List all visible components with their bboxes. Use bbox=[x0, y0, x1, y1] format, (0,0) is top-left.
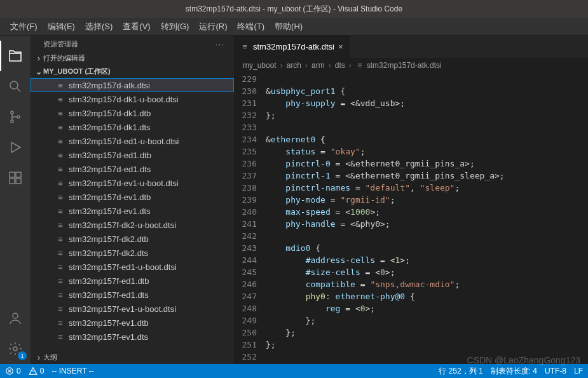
file-icon: ≡ bbox=[240, 42, 249, 51]
outline-section[interactable]: › 大纲 bbox=[31, 351, 234, 364]
breadcrumb-part[interactable]: dts bbox=[335, 61, 345, 70]
file-icon: ≡ bbox=[56, 95, 65, 104]
open-editors-section[interactable]: › 打开的编辑器 bbox=[31, 51, 234, 65]
menu-item[interactable]: 转到(G) bbox=[156, 18, 195, 35]
window-title: stm32mp157d-atk.dtsi - my_uboot (工作区) - … bbox=[186, 4, 402, 15]
menu-item[interactable]: 查看(V) bbox=[118, 18, 155, 35]
file-item[interactable]: ≡stm32mp157d-ed1-u-boot.dtsi bbox=[31, 134, 234, 148]
file-name: stm32mp157d-ev1-u-boot.dtsi bbox=[69, 179, 179, 188]
file-name: stm32mp157d-ed1.dtb bbox=[69, 151, 151, 160]
source-control-icon[interactable] bbox=[0, 102, 31, 132]
breadcrumb-part[interactable]: stm32mp157d-atk.dtsi bbox=[367, 61, 442, 70]
activity-bar: 1 bbox=[0, 36, 31, 364]
chevron-down-icon: ⌄ bbox=[34, 67, 43, 76]
explorer-title: 资源管理器 bbox=[43, 39, 78, 49]
svg-point-0 bbox=[10, 81, 18, 89]
file-item[interactable]: ≡stm32mp157d-ed1.dts bbox=[31, 162, 234, 176]
file-name: stm32mp157f-ev1-u-boot.dtsi bbox=[69, 304, 176, 314]
code-editor[interactable]: 229 230 231 232 233 234 235 236 237 238 … bbox=[234, 73, 588, 364]
breadcrumb-part[interactable]: my_uboot bbox=[243, 61, 277, 70]
workspace-section[interactable]: ⌄ MY_UBOOT (工作区) bbox=[31, 65, 234, 78]
code-content[interactable]: &usbphyc_port1 { phy-supply = <&vdd_usb>… bbox=[266, 73, 588, 364]
file-name: stm32mp157d-ev1.dts bbox=[69, 206, 151, 216]
file-item[interactable]: ≡stm32mp157d-dk1.dtb bbox=[31, 106, 234, 120]
tab-active[interactable]: ≡ stm32mp157d-atk.dtsi × bbox=[234, 36, 350, 58]
file-item[interactable]: ≡stm32mp157d-dk1-u-boot.dtsi bbox=[31, 92, 234, 106]
file-icon: ≡ bbox=[56, 332, 65, 342]
vim-mode: -- INSERT -- bbox=[51, 367, 93, 375]
editor-tabs: ≡ stm32mp157d-atk.dtsi × bbox=[234, 36, 588, 58]
breadcrumbs[interactable]: my_uboot›arch›arm›dts›≡stm32mp157d-atk.d… bbox=[234, 58, 588, 73]
file-name: stm32mp157f-dk2.dtb bbox=[69, 234, 149, 244]
file-icon: ≡ bbox=[56, 81, 65, 90]
menu-item[interactable]: 文件(F) bbox=[5, 18, 43, 35]
file-item[interactable]: ≡stm32mp157f-dk2-u-boot.dtsi bbox=[31, 218, 234, 232]
file-item[interactable]: ≡stm32mp157d-dk1.dts bbox=[31, 120, 234, 134]
cursor-position[interactable]: 行 252，列 1 bbox=[439, 366, 482, 377]
svg-point-1 bbox=[11, 111, 13, 114]
file-icon: ≡ bbox=[56, 276, 65, 286]
breadcrumb-part[interactable]: arch bbox=[287, 61, 301, 70]
svg-rect-4 bbox=[10, 172, 15, 177]
file-icon: ≡ bbox=[56, 123, 65, 132]
menu-item[interactable]: 选择(S) bbox=[80, 18, 118, 35]
explorer-icon[interactable] bbox=[0, 41, 31, 71]
menu-item[interactable]: 编辑(E) bbox=[43, 18, 80, 35]
file-name: stm32mp157f-ev1.dtb bbox=[69, 318, 149, 328]
menu-item[interactable]: 终端(T) bbox=[232, 18, 270, 35]
search-icon[interactable] bbox=[0, 71, 31, 102]
run-debug-icon[interactable] bbox=[0, 132, 31, 163]
file-item[interactable]: ≡stm32mp157f-ev1.dts bbox=[31, 330, 234, 344]
indent[interactable]: 制表符长度: 4 bbox=[491, 366, 537, 377]
file-name: stm32mp157d-ev1.dtb bbox=[69, 192, 151, 202]
settings-gear-icon[interactable]: 1 bbox=[0, 334, 31, 364]
file-item[interactable]: ≡stm32mp157f-ev1-u-boot.dtsi bbox=[31, 302, 234, 316]
menu-item[interactable]: 运行(R) bbox=[194, 18, 232, 35]
file-icon: ≡ bbox=[56, 137, 65, 146]
file-item[interactable]: ≡stm32mp157d-ed1.dtb bbox=[31, 148, 234, 162]
file-item[interactable]: ≡stm32mp157f-ed1-u-boot.dtsi bbox=[31, 260, 234, 274]
extensions-icon[interactable] bbox=[0, 163, 31, 193]
file-item[interactable]: ≡stm32mp157d-ev1.dtb bbox=[31, 190, 234, 204]
file-name: stm32mp157f-ed1.dts bbox=[69, 290, 149, 300]
eol[interactable]: LF bbox=[574, 366, 583, 377]
file-item[interactable]: ≡stm32mp157f-ev1.dtb bbox=[31, 316, 234, 330]
file-item[interactable]: ≡stm32mp157f-dk2.dtb bbox=[31, 232, 234, 246]
file-icon: ≡ bbox=[56, 151, 65, 160]
file-name: stm32mp157d-dk1.dtb bbox=[69, 109, 151, 118]
svg-point-3 bbox=[17, 116, 20, 118]
file-icon: ≡ bbox=[56, 234, 65, 244]
file-item[interactable]: ≡stm32mp157f-ed1.dtb bbox=[31, 274, 234, 288]
close-icon[interactable]: × bbox=[338, 42, 343, 51]
file-item[interactable]: ≡stm32mp157f-dk2.dts bbox=[31, 246, 234, 260]
file-item[interactable]: ≡stm32mp157f-ed1.dts bbox=[31, 288, 234, 302]
file-icon: ≡ bbox=[56, 220, 65, 230]
problems-errors[interactable]: 0 bbox=[5, 367, 21, 375]
file-icon: ≡ bbox=[56, 304, 65, 314]
file-icon: ≡ bbox=[56, 165, 65, 174]
encoding[interactable]: UTF-8 bbox=[545, 366, 566, 377]
svg-point-2 bbox=[11, 120, 13, 123]
menubar: 文件(F)编辑(E)选择(S)查看(V)转到(G)运行(R)终端(T)帮助(H) bbox=[0, 18, 588, 36]
accounts-icon[interactable] bbox=[0, 303, 31, 334]
explorer-title-row: 资源管理器 ··· bbox=[31, 36, 234, 51]
file-icon: ≡ bbox=[56, 109, 65, 118]
svg-rect-7 bbox=[16, 179, 21, 184]
problems-warnings[interactable]: 0 bbox=[29, 367, 44, 375]
breadcrumb-part[interactable]: arm bbox=[311, 61, 325, 70]
file-icon: ≡ bbox=[56, 206, 65, 216]
svg-rect-5 bbox=[16, 172, 21, 177]
file-name: stm32mp157d-ed1-u-boot.dtsi bbox=[69, 137, 179, 146]
file-item[interactable]: ≡stm32mp157d-ev1-u-boot.dtsi bbox=[31, 176, 234, 190]
more-icon[interactable]: ··· bbox=[215, 41, 225, 48]
file-icon: ≡ bbox=[56, 318, 65, 328]
explorer-sidebar: 资源管理器 ··· › 打开的编辑器 ⌄ MY_UBOOT (工作区) ≡stm… bbox=[31, 36, 234, 364]
tab-label: stm32mp157d-atk.dtsi bbox=[253, 42, 334, 51]
settings-badge: 1 bbox=[18, 351, 27, 360]
chevron-right-icon: › bbox=[327, 61, 332, 70]
menu-item[interactable]: 帮助(H) bbox=[270, 18, 308, 35]
file-name: stm32mp157f-ev1.dts bbox=[69, 332, 148, 342]
file-icon: ≡ bbox=[56, 192, 65, 202]
file-item[interactable]: ≡stm32mp157d-atk.dtsi bbox=[31, 78, 234, 92]
file-item[interactable]: ≡stm32mp157d-ev1.dts bbox=[31, 204, 234, 218]
